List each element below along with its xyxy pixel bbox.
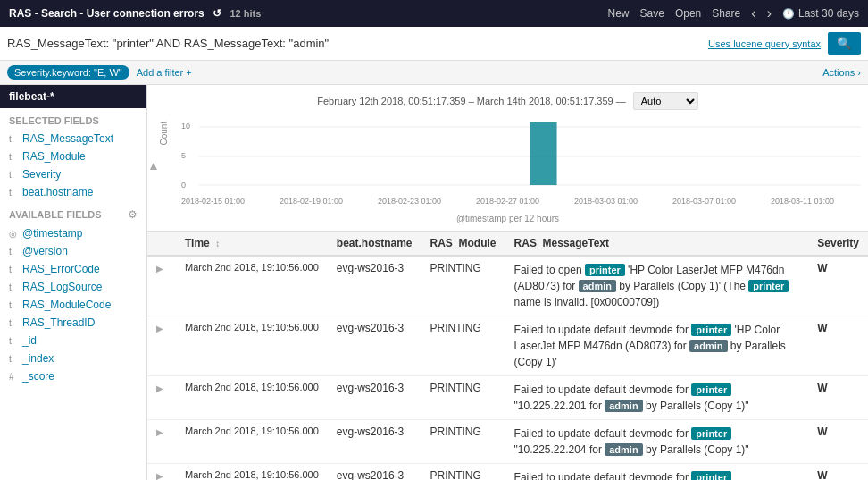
sidebar-item-ras-threadid[interactable]: t RAS_ThreadID [0,314,146,332]
sidebar-item-id[interactable]: t _id [0,332,146,349]
field-type-icon: t [9,300,18,310]
row-expand-button[interactable]: ▶ [156,383,163,393]
new-button[interactable]: New [608,7,630,20]
sidebar-item-ras-logsource[interactable]: t RAS_LogSource [0,278,146,296]
chart-header: February 12th 2018, 00:51:17.359 – March… [154,92,861,110]
table-body: ▶March 2nd 2018, 19:10:56.000evg-ws2016-… [147,256,868,480]
field-name-label: _score [22,370,54,383]
table-row: ▶March 2nd 2018, 19:10:56.000evg-ws2016-… [147,420,868,464]
cell-module: PRINTING [421,464,505,481]
cell-hostname: evg-ws2016-3 [328,256,421,316]
col-severity[interactable]: Severity [808,232,868,256]
cell-message: Failed to open printer 'HP Color LaserJe… [505,256,809,316]
row-expand-button[interactable]: ▶ [156,471,163,480]
col-module[interactable]: RAS_Module [421,232,505,256]
x-label-6: 2018-03-11 01:00 [771,197,834,206]
sidebar-item-version[interactable]: t @version [0,242,146,260]
share-button[interactable]: Share [712,7,740,20]
table-row: ▶March 2nd 2018, 19:10:56.000evg-ws2016-… [147,376,868,420]
sidebar-item-timestamp[interactable]: ◎ @timestamp [0,224,146,242]
field-type-icon: t [9,336,18,346]
top-bar-actions: New Save Open Share ‹ › 🕐 Last 30 days [608,5,859,21]
sidebar-item-ras-modulecode[interactable]: t RAS_ModuleCode [0,296,146,314]
col-message[interactable]: RAS_MessageText [505,232,809,256]
field-name-label: RAS_MessageText [22,132,113,145]
clock-icon: 🕐 [782,8,795,20]
col-time[interactable]: Time ↕ [176,232,328,256]
lucene-link[interactable]: Uses lucene query syntax [708,38,821,49]
refresh-icon[interactable]: ↺ [213,7,221,20]
cell-severity: W [808,256,868,316]
cell-hostname: evg-ws2016-3 [328,376,421,420]
printer-tag: printer [585,264,625,276]
table-header-row: Time ↕ beat.hostname RAS_Module RAS_Mess… [147,232,868,256]
gear-icon[interactable]: ⚙ [128,208,138,221]
sidebar-item-ras-module[interactable]: t RAS_Module [0,147,146,165]
sidebar-item-severity[interactable]: t Severity [0,165,146,183]
hits-count: 12 hits [230,8,261,19]
cell-message: Failed to update default devmode for pri… [505,464,809,481]
save-button[interactable]: Save [640,7,664,20]
chart-timestamp: @timestamp per 12 hours [154,214,861,223]
row-expand-button[interactable]: ▶ [156,427,163,437]
index-pattern[interactable]: filebeat-* [0,85,146,108]
cell-module: PRINTING [421,376,505,420]
cell-message: Failed to update default devmode for pri… [505,316,809,376]
next-nav[interactable]: › [767,5,772,21]
title-text: RAS - Search - User connection errors [9,7,204,20]
actions-button[interactable]: Actions › [822,67,861,78]
field-name-label: RAS_Module [22,150,86,163]
prev-nav[interactable]: ‹ [751,5,755,21]
field-name-label: _index [22,352,54,365]
x-label-0: 2018-02-15 01:00 [181,197,245,206]
severity-filter-tag[interactable]: Severity.keyword: "E, W" [7,65,129,80]
cell-module: PRINTING [421,316,505,376]
cell-severity: W [808,316,868,376]
cell-hostname: evg-ws2016-3 [328,420,421,464]
field-type-icon: t [9,152,18,162]
field-name-label: RAS_ModuleCode [22,299,111,311]
col-hostname[interactable]: beat.hostname [328,232,421,256]
field-type-icon: # [9,372,18,382]
cell-severity: W [808,376,868,420]
cell-time: March 2nd 2018, 19:10:56.000 [176,256,328,316]
svg-text:10: 10 [181,122,190,131]
admin-tag: admin [689,340,727,352]
content-area: ▲ February 12th 2018, 00:51:17.359 – Mar… [147,85,868,480]
svg-rect-6 [530,122,557,185]
open-button[interactable]: Open [675,7,701,20]
cell-hostname: evg-ws2016-3 [328,316,421,376]
table-row: ▶March 2nd 2018, 19:10:56.000evg-ws2016-… [147,256,868,316]
time-range[interactable]: 🕐 Last 30 days [782,7,859,20]
cell-time: March 2nd 2018, 19:10:56.000 [176,464,328,481]
x-label-1: 2018-02-19 01:00 [280,197,343,206]
sidebar-item-beat-hostname[interactable]: t beat.hostname [0,183,146,201]
printer-tag: printer [691,324,731,336]
cell-module: PRINTING [421,420,505,464]
chart-interval-select[interactable]: Auto 1 hour 12 hours 1 day [633,92,698,110]
available-fields-list: ◎ @timestamp t @version t RAS_ErrorCode … [0,224,146,385]
x-label-2: 2018-02-23 01:00 [378,197,441,206]
available-fields-title: Available Fields [9,209,128,220]
sidebar-item-ras-errorcode[interactable]: t RAS_ErrorCode [0,260,146,278]
sidebar-item-index[interactable]: t _index [0,349,146,367]
printer-tag: printer [691,427,731,440]
chart-date-range: February 12th 2018, 00:51:17.359 – March… [317,96,626,106]
add-filter-button[interactable]: Add a filter + [137,67,192,78]
cell-message: Failed to update default devmode for pri… [505,420,809,464]
row-expand-button[interactable]: ▶ [156,324,163,333]
results-table-area: Time ↕ beat.hostname RAS_Module RAS_Mess… [147,232,868,480]
chart-svg: 10 5 0 [181,114,861,194]
cell-module: PRINTING [421,256,505,316]
sidebar-item-score[interactable]: # _score [0,367,146,385]
search-button[interactable]: 🔍 [828,32,861,55]
field-name-label: beat.hostname [22,186,93,198]
row-expand-button[interactable]: ▶ [156,264,163,274]
admin-tag: admin [605,400,642,412]
filter-bar: Severity.keyword: "E, W" Add a filter + … [0,61,868,85]
sidebar-item-ras-messagetext[interactable]: t RAS_MessageText [0,130,146,147]
selected-fields-list: t RAS_MessageText t RAS_Module t Severit… [0,130,146,201]
field-name-label: RAS_ErrorCode [22,263,100,275]
search-input[interactable] [7,37,701,50]
admin-tag: admin [579,280,616,292]
